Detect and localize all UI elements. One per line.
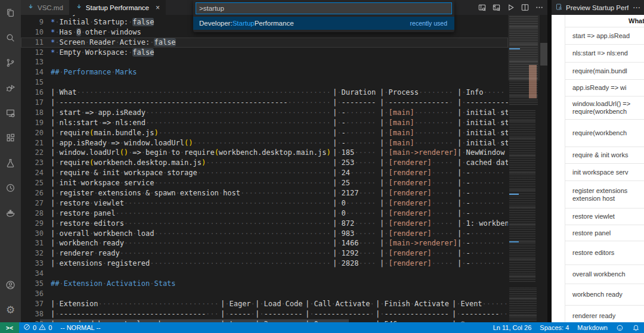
preview-table-row: register extensionsextension host (565, 180, 644, 208)
line-number: 36 (21, 289, 44, 299)
editor-line-16[interactable]: 16|·What································… (21, 88, 508, 98)
editor-line-17[interactable]: 17|·------------------------------------… (21, 98, 508, 108)
split-editor-icon[interactable] (521, 3, 530, 12)
open-preview-locked-icon[interactable] (492, 3, 501, 12)
preview-tab-label[interactable]: Preview Startup Performa (566, 4, 628, 11)
line-number: 22 (21, 148, 44, 158)
line-number: 35 (21, 279, 44, 289)
more-actions-icon[interactable] (535, 3, 544, 12)
line-number: 26 (21, 188, 44, 198)
activity-item-remote-explorer[interactable] (0, 100, 21, 125)
cursor-position-status[interactable]: Ln 11, Col 26 (489, 322, 536, 333)
command-palette-input[interactable]: >startup (196, 2, 452, 14)
open-preview-icon[interactable] (478, 3, 487, 12)
extensions-icon (5, 133, 16, 143)
vim-mode-indicator[interactable]: -- NORMAL -- (56, 322, 104, 333)
line-number: 17 (21, 98, 44, 108)
minimap-heading-mark (509, 194, 519, 195)
line-number: 24 (21, 168, 44, 178)
editor-line-36[interactable]: 36 (21, 289, 508, 299)
tab-startup-performance[interactable]: Startup Performance × (69, 0, 166, 15)
editor-group-separator[interactable] (547, 0, 552, 322)
editor-line-26[interactable]: 26|·register·extensions·&·spawn·extensio… (21, 188, 508, 198)
editor-line-11[interactable]: 11*·Screen·Reader·Active:·false (21, 38, 508, 48)
line-number: 27 (21, 198, 44, 208)
line-number: 34 (21, 269, 44, 279)
preview-content[interactable]: What start => app.isReadnls:start => nls… (552, 15, 644, 322)
language-mode-status[interactable]: Markdown (573, 322, 612, 333)
preview-table-row: start => app.isRead (565, 27, 644, 44)
remote-explorer-icon (5, 108, 16, 118)
notifications-bell-icon[interactable] (628, 322, 644, 333)
editor-line-33[interactable]: 33|·extensions·registered···············… (21, 259, 508, 269)
activity-item-settings[interactable]: ⚙ (0, 297, 21, 322)
editor-line-14[interactable]: 14##·Performance·Marks (21, 67, 508, 77)
close-tab-icon[interactable]: × (156, 4, 160, 12)
activity-item-extensions[interactable] (0, 125, 21, 150)
editor-line-27[interactable]: 27|·restore·viewlet·····················… (21, 198, 508, 208)
markdown-file-icon (75, 3, 83, 12)
editor-line-18[interactable]: 18|·start·=>·app.isReady················… (21, 108, 508, 118)
remote-icon: >< (6, 325, 13, 331)
editor-line-24[interactable]: 24|·require·&·init·workspace·storage····… (21, 168, 508, 178)
line-number: 28 (21, 208, 44, 219)
line-number: 32 (21, 248, 44, 259)
line-number: 30 (21, 229, 44, 239)
tab-label: VSC.md (38, 4, 63, 11)
editor-line-28[interactable]: 28|·restore·panel·······················… (21, 208, 508, 219)
activity-item-source-control[interactable] (0, 50, 21, 75)
tab-vsc-md[interactable]: VSC.md (21, 0, 69, 15)
editor-line-22[interactable]: 22|·window.loadUrl()·=>·begin·to·require… (21, 148, 508, 158)
feedback-icon[interactable] (612, 322, 628, 333)
minimap[interactable] (508, 15, 540, 322)
editor-line-37[interactable]: 37|·Extension···························… (21, 299, 508, 309)
editor-line-29[interactable]: 29|·restore·editors·····················… (21, 219, 508, 229)
editor-line-35[interactable]: 35##·Extension·Activation·Stats (21, 279, 508, 289)
preview-more-actions-icon[interactable]: ⋯ (633, 3, 640, 12)
preview-table-header: What (565, 15, 644, 27)
line-number: 13 (21, 57, 44, 67)
editor-line-12[interactable]: 12*·Empty·Workspace:·false (21, 48, 508, 58)
account-icon (5, 280, 16, 290)
run-icon[interactable] (506, 3, 515, 12)
line-number: 14 (21, 67, 44, 77)
problems-status[interactable]: 0 0 (19, 322, 56, 333)
activity-item-testing[interactable] (0, 150, 21, 175)
editor-line-31[interactable]: 31|·workbench·ready·····················… (21, 238, 508, 248)
remote-indicator[interactable]: >< (0, 322, 19, 333)
indentation-status[interactable]: Spaces: 4 (535, 322, 573, 333)
command-palette-item[interactable]: Developer: Startup Performance recently … (193, 17, 454, 30)
editor-line-19[interactable]: 19|·nls:start·=>·nls:end················… (21, 118, 508, 128)
editor-line-34[interactable]: 34 (21, 269, 508, 279)
editor-pane[interactable]: 8(y)9*·Initial·Startup:·false10*·Has·0·o… (21, 7, 508, 326)
activity-item-account[interactable] (0, 272, 21, 297)
editor-line-32[interactable]: 32|·renderer·ready······················… (21, 248, 508, 259)
editor-line-25[interactable]: 25|·init·workspace·service··············… (21, 178, 508, 188)
testing-icon (5, 158, 16, 168)
markdown-preview-icon (555, 2, 563, 13)
activity-item-explorer[interactable] (0, 0, 21, 25)
activity-bar-top (0, 0, 21, 225)
activity-item-docker[interactable] (0, 200, 21, 225)
line-number: 38 (21, 309, 44, 319)
preview-table-row: workbench ready (565, 284, 644, 305)
activity-item-profiler[interactable] (0, 175, 21, 200)
activity-item-search[interactable] (0, 25, 21, 50)
activity-bar: ⚙ (0, 0, 21, 322)
editor-line-38[interactable]: 38|·----------------------------------··… (21, 309, 508, 319)
activity-item-run-and-debug[interactable] (0, 75, 21, 100)
command-item-match: Startup (233, 20, 255, 27)
editor-line-20[interactable]: 20|·require(main.bundle.js)·············… (21, 128, 508, 138)
tab-label: Startup Performance (86, 4, 149, 11)
editor-line-23[interactable]: 23|·require(workbench.desktop.main.js)··… (21, 158, 508, 168)
status-bar: >< 0 0 -- NORMAL -- Ln 11, Col 26 Spaces… (0, 322, 644, 333)
preview-table: What start => app.isReadnls:start => nls… (565, 15, 644, 322)
recently-used-badge: recently used (410, 20, 447, 27)
editor-line-21[interactable]: 21|·app.isReady·=>·window.loadUrl()·····… (21, 138, 508, 148)
line-number: 15 (21, 77, 44, 88)
editor-line-30[interactable]: 30|·overall·workbench·load··············… (21, 229, 508, 239)
editor-line-15[interactable]: 15 (21, 77, 508, 88)
minimap-viewport[interactable] (508, 15, 540, 80)
preview-table-row: restore editors (565, 241, 644, 264)
editor-line-13[interactable]: 13 (21, 57, 508, 67)
